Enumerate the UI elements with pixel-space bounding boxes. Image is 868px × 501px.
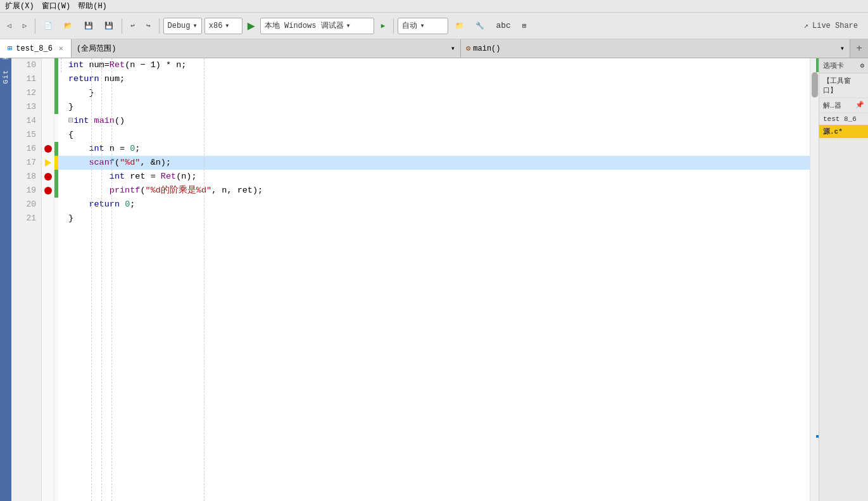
add-tab-icon: + bbox=[856, 43, 862, 54]
tools-icon: 🔧 bbox=[475, 22, 484, 30]
file-tab-icon: ⊞ bbox=[8, 44, 12, 53]
save-all-button[interactable]: 💾 bbox=[100, 17, 118, 35]
auto-arrow: ▾ bbox=[420, 21, 424, 30]
file-tab-close[interactable]: ✕ bbox=[59, 44, 63, 53]
tab-bar: ⊞ test_8_6 ✕ (全局范围) ▾ ⚙ main() ▾ + bbox=[0, 39, 868, 58]
scroll-thumb[interactable] bbox=[812, 72, 818, 98]
extra-btn[interactable]: ⊞ bbox=[518, 17, 531, 35]
kw-int-10: int bbox=[68, 58, 84, 72]
scope-arrow: ▾ bbox=[451, 44, 455, 53]
line-num-12: 12 bbox=[11, 86, 41, 100]
local-debug-dropdown[interactable]: 本地 Windows 调试器 ▾ bbox=[260, 18, 374, 34]
git-sidebar: Git 更改 bbox=[0, 58, 11, 501]
func-arrow: ▾ bbox=[840, 44, 845, 53]
breakpoint-18[interactable] bbox=[44, 173, 52, 181]
panel-file-1[interactable]: test 8_6 bbox=[819, 113, 868, 125]
right-panel-header: 选项卡 ⚙ bbox=[819, 58, 868, 73]
code-area[interactable]: int num= Ret (n − 1) * n; return num; } bbox=[58, 58, 810, 501]
tools-label: 【工具窗口】 bbox=[823, 77, 851, 94]
menu-help[interactable]: 帮助(H) bbox=[78, 1, 107, 11]
open-button[interactable]: 📂 bbox=[60, 17, 77, 35]
fn-ret-10: Ret bbox=[110, 58, 125, 72]
menu-bar: 扩展(X) 窗口(W) 帮助(H) bbox=[0, 0, 868, 13]
func-icon: ⚙ bbox=[466, 44, 470, 53]
panel-header-label: 选项卡 bbox=[823, 61, 844, 70]
right-panel: 选项卡 ⚙ 【工具窗口】 解…器 📌 test 8_6 源.c* bbox=[819, 58, 868, 501]
new-file-button[interactable]: 📄 bbox=[39, 17, 57, 35]
tools-btn[interactable]: 🔧 bbox=[471, 17, 489, 35]
separator-3 bbox=[159, 18, 160, 34]
open-icon: 📂 bbox=[64, 22, 73, 30]
indicator-12 bbox=[42, 86, 54, 100]
code-line-11: return num; bbox=[58, 72, 810, 86]
panel-file-2[interactable]: 源.c* bbox=[819, 125, 868, 138]
debug-config-arrow: ▾ bbox=[193, 21, 198, 30]
kw-return-20: return bbox=[89, 198, 120, 212]
breakpoint-19[interactable] bbox=[44, 187, 52, 194]
gear-icon[interactable]: ⚙ bbox=[860, 61, 864, 70]
debug-config-label: Debug bbox=[168, 22, 191, 30]
kw-return-11: return bbox=[68, 72, 99, 86]
text-btn[interactable]: abc bbox=[491, 17, 515, 35]
run2-button[interactable]: ▶ bbox=[377, 17, 390, 35]
scope-dropdown[interactable]: (全局范围) ▾ bbox=[72, 39, 461, 58]
separator-1 bbox=[35, 18, 35, 34]
func-label: main() bbox=[473, 44, 500, 53]
indicator-19 bbox=[42, 184, 54, 198]
live-share-button[interactable]: ↗ Live Share bbox=[796, 16, 865, 36]
auto-label: 自动 bbox=[402, 20, 417, 31]
indicator-21 bbox=[42, 212, 54, 225]
indicator-14 bbox=[42, 114, 54, 128]
menu-extend[interactable]: 扩展(X) bbox=[5, 1, 34, 11]
file-tab[interactable]: ⊞ test_8_6 ✕ bbox=[0, 39, 72, 58]
run2-icon: ▶ bbox=[381, 22, 386, 30]
line-num-13: 13 bbox=[11, 100, 41, 114]
scroll-top-marker bbox=[816, 58, 819, 72]
indicator-10 bbox=[42, 58, 54, 72]
forward-button[interactable]: ▷ bbox=[18, 17, 32, 35]
run-button[interactable]: ▶ bbox=[245, 16, 258, 35]
line-numbers: 10 11 12 13 14 15 16 17 18 19 20 21 bbox=[11, 58, 42, 501]
extra-icon: ⊞ bbox=[522, 22, 527, 30]
breakpoint-16[interactable] bbox=[44, 145, 52, 153]
line-num-17: 17 bbox=[11, 156, 41, 170]
kw-int-18: int bbox=[110, 170, 125, 184]
add-tab-button[interactable]: + bbox=[850, 39, 868, 58]
live-share-icon: ↗ bbox=[804, 21, 808, 30]
save-button[interactable]: 💾 bbox=[80, 17, 97, 35]
platform-dropdown[interactable]: x86 ▾ bbox=[204, 18, 242, 34]
indicator-column bbox=[42, 58, 54, 501]
debug-config-dropdown[interactable]: Debug ▾ bbox=[163, 18, 202, 34]
solver-label: 解…器 bbox=[823, 101, 841, 110]
pin-icon[interactable]: 📌 bbox=[855, 101, 864, 110]
undo-button[interactable]: ↩ bbox=[126, 17, 139, 35]
current-line-arrow bbox=[45, 159, 51, 167]
new-file-icon: 📄 bbox=[44, 22, 53, 30]
editor-scrollbar[interactable] bbox=[810, 58, 819, 501]
line-num-10: 10 bbox=[11, 58, 41, 72]
tools-section: 【工具窗口】 bbox=[819, 73, 868, 98]
redo-icon: ↪ bbox=[146, 22, 151, 30]
func-dropdown[interactable]: ⚙ main() ▾ bbox=[461, 39, 850, 58]
file1-label: test 8_6 bbox=[823, 115, 857, 123]
indicator-18 bbox=[42, 170, 54, 184]
line-num-11: 11 bbox=[11, 72, 41, 86]
redo-button[interactable]: ↪ bbox=[142, 17, 155, 35]
auto-dropdown[interactable]: 自动 ▾ bbox=[398, 18, 448, 34]
back-button[interactable]: ◁ bbox=[3, 17, 16, 35]
back-icon: ◁ bbox=[7, 22, 11, 30]
separator-4 bbox=[393, 18, 394, 34]
folder-btn[interactable]: 📁 bbox=[451, 17, 469, 35]
git-label: Git 更改 bbox=[1, 63, 11, 84]
code-line-18: int ret = Ret (n); bbox=[58, 170, 810, 184]
line-num-16: 16 bbox=[11, 142, 41, 156]
file-tab-label: test_8_6 bbox=[16, 44, 53, 53]
kw-int-14: int bbox=[73, 114, 89, 128]
code-line-10: int num= Ret (n − 1) * n; bbox=[58, 58, 810, 72]
menu-window[interactable]: 窗口(W) bbox=[42, 1, 71, 11]
fn-ret-18: Ret bbox=[161, 170, 176, 184]
separator-2 bbox=[122, 18, 122, 34]
main-area: Git 更改 10 11 12 13 14 15 16 17 18 19 20 … bbox=[0, 58, 868, 501]
save-icon: 💾 bbox=[84, 22, 93, 30]
fn-main: main bbox=[94, 114, 115, 128]
